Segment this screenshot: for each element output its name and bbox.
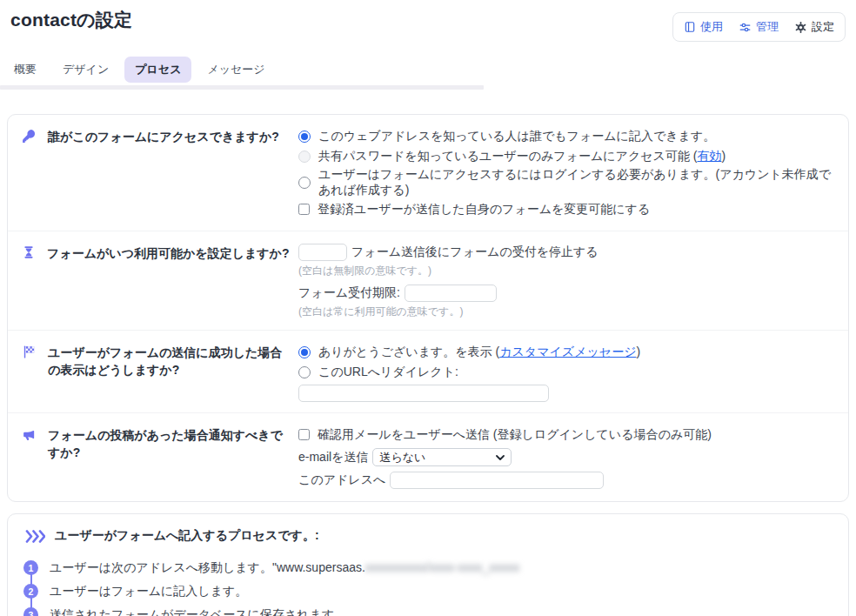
confirm-mail-label: 確認用メールをユーザーへ送信 (登録しログインしている場合のみ可能) xyxy=(318,427,712,443)
access-option-login: ユーザーはフォームにアクセスするにはログインする必要があります。(アカウント未作… xyxy=(298,167,834,198)
manage-button-label: 管理 xyxy=(756,19,779,35)
settings-card: 誰がこのフォームにアクセスできますか? このウェブアドレスを知っている人は誰でも… xyxy=(7,114,849,502)
tab-bar: 概要 デザイン プロセス メッセージ xyxy=(3,57,856,83)
access-password-radio[interactable] xyxy=(298,151,311,163)
page-title: contactの設定 xyxy=(10,8,132,32)
redacted-url: xxxxxxxxxx/xxxx-xxxx_xxxxx xyxy=(365,560,519,574)
section-success: ユーザーがフォームの送信に成功した場合の表示はどうしますか? ありがとうございま… xyxy=(8,330,848,412)
notify-question: フォームの投稿があった場合通知すべきですか? xyxy=(48,426,290,461)
access-login-radio[interactable] xyxy=(298,177,311,189)
section-availability: フォームがいつ利用可能かを設定しますか? フォーム送信後にフォームの受付を停止す… xyxy=(8,231,848,330)
manage-button[interactable]: 管理 xyxy=(739,19,779,35)
step-1-badge: 1 xyxy=(23,560,38,575)
always-available-hint: (空白は常に利用可能の意味です。) xyxy=(298,305,834,319)
page-header: contactの設定 使用 管理 設定 xyxy=(0,0,856,42)
email-send-select[interactable]: 送らない xyxy=(372,448,512,466)
notify-option-confirm: 確認用メールをユーザーへ送信 (登録しログインしている場合のみ可能) xyxy=(298,425,834,444)
step-1-text: ユーザーは次のアドレスへ移動します。"www.supersaas.xxxxxxx… xyxy=(50,560,519,576)
sliders-icon xyxy=(739,21,752,34)
use-button[interactable]: 使用 xyxy=(684,19,723,35)
access-option-editable: 登録済ユーザーが送信した自身のフォームを変更可能にする xyxy=(298,200,834,218)
access-option-anyone: このウェブアドレスを知っている人は誰でもフォームに記入できます。 xyxy=(298,127,834,145)
tab-underline xyxy=(0,85,484,90)
tab-messages[interactable]: メッセージ xyxy=(197,57,275,83)
access-option-password: 共有パスワードを知っているユーザーのみフォームにアクセス可能 (有効) xyxy=(298,147,834,165)
chevrons-icon xyxy=(25,530,45,543)
notify-address-label: このアドレスへ xyxy=(298,472,385,488)
access-login-label: ユーザーはフォームにアクセスするにはログインする必要があります。(アカウント未作… xyxy=(318,167,834,198)
section-notify: フォームの投稿があった場合通知すべきですか? 確認用メールをユーザーへ送信 (登… xyxy=(8,412,848,501)
deadline-label: フォーム受付期限: xyxy=(298,285,400,301)
section-access: 誰がこのフォームにアクセスできますか? このウェブアドレスを知っている人は誰でも… xyxy=(8,115,848,231)
access-editable-checkbox[interactable] xyxy=(298,204,310,215)
confirm-mail-checkbox[interactable] xyxy=(298,429,310,440)
step-2-text: ユーザーはフォームに記入します。 xyxy=(50,584,247,599)
step-2-badge: 2 xyxy=(23,584,38,599)
book-icon xyxy=(684,21,696,33)
access-password-label: 共有パスワードを知っているユーザーのみフォームにアクセス可能 (有効) xyxy=(318,149,726,164)
toolbar: 使用 管理 設定 xyxy=(672,12,846,42)
flag-icon xyxy=(22,345,37,359)
settings-button[interactable]: 設定 xyxy=(794,19,834,35)
deadline-row: フォーム受付期限: xyxy=(298,285,834,302)
tab-design[interactable]: デザイン xyxy=(52,57,119,83)
access-anyone-radio[interactable] xyxy=(298,131,311,143)
tab-process[interactable]: プロセス xyxy=(124,57,191,83)
enable-password-link[interactable]: 有効 xyxy=(697,149,721,163)
process-card: ユーザーがフォームへ記入するプロセスです。: 1 ユーザーは次のアドレスへ移動し… xyxy=(7,513,849,616)
step-3-text: 送信されたフォームがデータベースに保存されます。 xyxy=(50,607,346,616)
success-thanks-label: ありがとうございます。を表示 (カスタマイズメッセージ) xyxy=(318,345,640,360)
stop-after-count-input[interactable] xyxy=(298,244,347,261)
stop-after-label: フォーム送信後にフォームの受付を停止する xyxy=(351,244,599,260)
stop-after-row: フォーム送信後にフォームの受付を停止する xyxy=(298,244,834,261)
email-send-label: e-mailを送信 xyxy=(298,450,368,465)
chevron-down-icon xyxy=(496,455,505,460)
success-redirect-label: このURLへリダイレクト: xyxy=(318,365,458,380)
process-step-3: 3 送信されたフォームがデータベースに保存されます。 xyxy=(23,603,834,616)
hourglass-icon xyxy=(22,245,36,259)
success-option-thanks: ありがとうございます。を表示 (カスタマイズメッセージ) xyxy=(298,343,834,361)
settings-button-label: 設定 xyxy=(812,19,834,35)
availability-question: フォームがいつ利用可能かを設定しますか? xyxy=(47,244,290,262)
access-editable-label: 登録済ユーザーが送信した自身のフォームを変更可能にする xyxy=(318,202,650,218)
deadline-input[interactable] xyxy=(405,285,497,302)
process-title: ユーザーがフォームへ記入するプロセスです。: xyxy=(55,528,319,544)
notify-address-input[interactable] xyxy=(390,472,604,489)
access-question: 誰がこのフォームにアクセスできますか? xyxy=(48,128,279,145)
access-anyone-label: このウェブアドレスを知っている人は誰でもフォームに記入できます。 xyxy=(318,129,715,144)
email-send-selected-value: 送らない xyxy=(379,450,425,465)
megaphone-icon xyxy=(22,427,37,442)
success-question: ユーザーがフォームの送信に成功した場合の表示はどうしますか? xyxy=(48,344,290,378)
key-icon xyxy=(22,129,37,144)
notify-address-row: このアドレスへ xyxy=(298,472,834,489)
customize-message-link[interactable]: カスタマイズメッセージ xyxy=(499,345,636,358)
process-steps: 1 ユーザーは次のアドレスへ移動します。"www.supersaas.xxxxx… xyxy=(23,556,834,616)
success-redirect-radio[interactable] xyxy=(298,366,311,378)
process-step-1: 1 ユーザーは次のアドレスへ移動します。"www.supersaas.xxxxx… xyxy=(23,556,834,579)
redirect-url-input[interactable] xyxy=(298,385,549,402)
step-3-badge: 3 xyxy=(23,607,38,616)
use-button-label: 使用 xyxy=(700,19,723,35)
process-step-2: 2 ユーザーはフォームに記入します。 xyxy=(23,579,834,603)
unlimited-hint: (空白は無制限の意味です。) xyxy=(298,264,834,278)
gear-icon xyxy=(794,21,807,34)
email-send-row: e-mailを送信 送らない xyxy=(298,448,834,466)
success-thanks-radio[interactable] xyxy=(298,346,311,358)
tab-overview[interactable]: 概要 xyxy=(3,57,47,83)
success-option-redirect: このURLへリダイレクト: xyxy=(298,363,834,381)
